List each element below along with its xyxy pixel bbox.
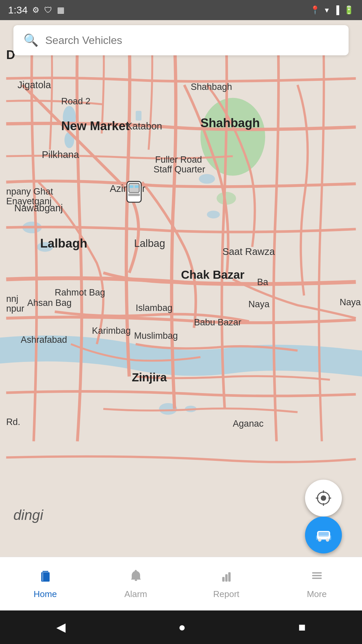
svg-rect-72 [228,572,231,582]
wifi-icon: ▾ [325,5,329,15]
more-icon [309,568,324,586]
svg-rect-67 [135,580,137,581]
svg-rect-50 [128,194,140,196]
svg-rect-70 [222,577,225,582]
home-button[interactable]: ● [178,620,186,634]
svg-text:Saat Rawza: Saat Rawza [223,246,275,257]
svg-rect-66 [42,573,43,581]
signal-icon: ▐ [334,5,339,15]
location-fab[interactable] [305,480,342,517]
svg-rect-71 [225,574,228,582]
svg-text:npur: npur [6,304,24,314]
svg-rect-63 [316,535,331,540]
svg-rect-49 [129,183,139,193]
svg-rect-74 [312,575,322,576]
report-icon [219,568,234,586]
nav-more[interactable]: More [272,557,362,610]
svg-rect-75 [312,578,322,579]
svg-point-5 [207,211,220,218]
nav-report-label: Report [213,589,239,599]
svg-rect-73 [312,572,322,574]
status-bar: 1:34 ⚙ 🛡 ▦ 📍 ▾ ▐ 🔋 [0,0,362,20]
car-icon [314,526,333,544]
search-icon: 🔍 [23,33,39,47]
nav-report[interactable]: Report [181,557,272,610]
sim-icon: ▦ [57,5,65,15]
svg-text:Jigatola: Jigatola [17,79,51,90]
android-nav-bar: ◀ ● ■ [0,610,362,644]
svg-rect-65 [43,571,48,572]
current-location-icon [315,490,332,506]
svg-text:Fuller Road: Fuller Road [155,155,202,165]
svg-text:Lalbagh: Lalbagh [40,236,87,250]
svg-point-54 [321,495,326,501]
bottom-nav: Home Alarm Report [0,557,362,610]
nav-home-label: Home [34,589,57,599]
search-input[interactable] [45,34,339,47]
svg-rect-52 [135,185,139,188]
svg-point-10 [200,98,265,176]
svg-text:Rd.: Rd. [6,417,20,427]
battery-icon: 🔋 [344,5,354,15]
svg-text:Karimbag: Karimbag [92,326,131,336]
home-icon [38,568,53,586]
svg-text:Enayetganj: Enayetganj [6,196,51,206]
svg-text:Shahbagh: Shahbagh [200,116,260,130]
svg-text:Ashrafabad: Ashrafabad [21,335,67,345]
svg-text:Zinjira: Zinjira [132,371,167,384]
status-time: 1:34 [8,4,27,16]
svg-text:Rahmot Bag: Rahmot Bag [55,287,105,298]
svg-text:Staff Quarter: Staff Quarter [154,164,205,174]
svg-text:Chak Bazar: Chak Bazar [181,268,244,281]
svg-text:Ahsan Bag: Ahsan Bag [27,298,71,308]
svg-text:npany Ghat: npany Ghat [6,186,53,197]
shield-icon: 🛡 [44,5,52,15]
back-button[interactable]: ◀ [56,620,66,634]
svg-text:nnj: nnj [6,294,18,304]
dingi-logo: dingi [13,507,43,523]
car-fab[interactable] [305,517,342,553]
svg-rect-3 [136,111,141,120]
svg-text:Naya: Naya [340,297,361,307]
alarm-icon [128,568,143,586]
svg-text:Aganac: Aganac [233,419,264,429]
svg-text:Muslimbag: Muslimbag [134,331,178,341]
svg-point-4 [199,174,215,184]
nav-alarm-label: Alarm [124,589,147,599]
svg-rect-51 [129,185,133,188]
location-icon: 📍 [310,5,320,15]
gear-icon: ⚙ [32,5,40,15]
nav-alarm[interactable]: Alarm [90,557,181,610]
recents-button[interactable]: ■ [298,620,306,634]
status-bar-right: 📍 ▾ ▐ 🔋 [310,5,354,15]
svg-text:Naya: Naya [248,299,270,309]
status-bar-left: 1:34 ⚙ 🛡 ▦ [8,4,65,16]
svg-text:Ba: Ba [257,277,268,287]
svg-text:Lalbag: Lalbag [134,237,165,249]
svg-text:New Market: New Market [61,119,130,133]
nav-more-label: More [307,589,326,599]
svg-text:Road 2: Road 2 [61,96,90,106]
svg-text:Babu Bazar: Babu Bazar [194,317,241,327]
svg-text:Pilkhana: Pilkhana [42,149,79,160]
svg-text:Islambag: Islambag [136,303,173,313]
search-bar[interactable]: 🔍 [13,25,349,55]
nav-home[interactable]: Home [0,557,90,610]
svg-text:Katabon: Katabon [126,121,162,131]
svg-text:Shahbagh: Shahbagh [191,82,232,92]
